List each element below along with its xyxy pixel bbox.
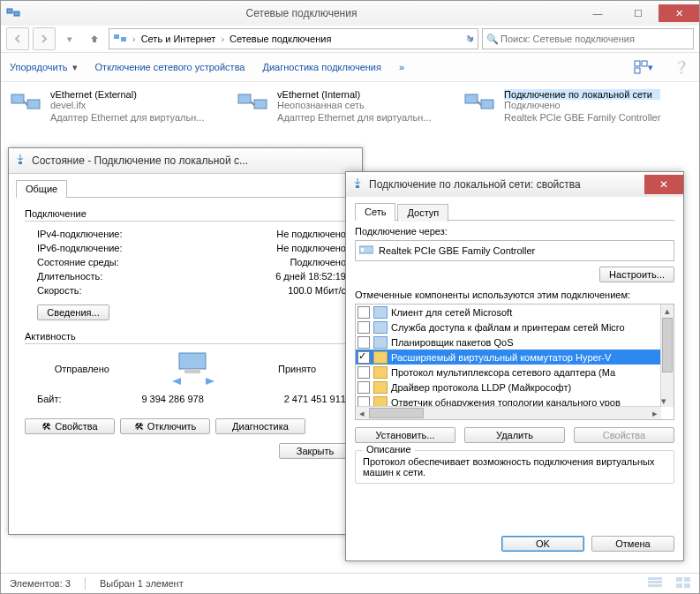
search-box[interactable]: 🔍 [482,28,694,49]
vertical-scrollbar[interactable]: ▴▾ [660,305,674,407]
configure-button[interactable]: Настроить... [599,267,674,282]
duration-value: 6 дней 18:52:19 [275,271,346,282]
tab-sharing[interactable]: Доступ [397,204,448,222]
cancel-button[interactable]: Отмена [591,536,674,552]
checkbox[interactable] [358,336,370,349]
checkbox[interactable] [358,381,370,394]
navigation-row: ▾ › Сеть и Интернет › Сетевые подключени… [1,26,699,53]
disable-button[interactable]: 🛠Отключить [120,418,210,434]
disable-device-link[interactable]: Отключение сетевого устройства [95,62,245,72]
history-dropdown[interactable]: ▾ [59,28,80,49]
svg-rect-7 [11,94,24,103]
network-adapter-icon [237,89,272,121]
adapter-name: Realtek PCIe GBE Family Controller [379,245,535,256]
item-count: Элементов: 3 [10,578,71,589]
ipv4-label: IPv4-подключение: [37,229,123,239]
install-button[interactable]: Установить... [355,427,455,443]
checkbox[interactable] [358,366,370,379]
svg-rect-18 [356,185,359,188]
svg-rect-5 [642,61,647,66]
bytes-received: 2 471 451 911 [240,394,346,404]
view-details-icon[interactable] [648,577,662,590]
connection-adapter: Адаптер Ethernet для виртуальн... [277,112,431,124]
window-title: Сетевые подключения [26,7,577,19]
connection-item[interactable]: vEthernet (Internal) Неопознанная сеть А… [237,89,455,124]
chevron-icon: › [221,34,224,44]
duration-label: Длительность: [37,271,102,282]
connection-name: vEthernet (External) [50,89,204,100]
refresh-button[interactable]: ↻ [466,34,474,45]
received-label: Принято [278,364,316,374]
list-item[interactable]: Служба доступа к файлам и принтерам сете… [356,320,674,335]
connection-item-selected[interactable]: Подключение по локальной сети Подключено… [463,89,690,124]
minimize-button[interactable]: — [577,4,618,22]
breadcrumb-seg[interactable]: Сетевые подключения [230,34,331,44]
svg-rect-9 [238,94,251,103]
connection-item[interactable]: vEthernet (External) devel.ifx Адаптер E… [10,89,228,124]
checkbox[interactable] [358,306,370,319]
components-list[interactable]: Клиент для сетей Microsoft Служба доступ… [355,304,674,420]
forward-button[interactable] [33,27,56,50]
svg-rect-13 [19,162,22,164]
remove-button[interactable]: Удалить [464,427,565,443]
back-button[interactable] [6,27,29,50]
view-icon-button[interactable]: ▾ [634,57,653,77]
statusbar: Элементов: 3 Выбран 1 элемент [1,573,699,593]
component-icon [373,351,388,364]
properties-button[interactable]: 🛠Свойства [25,418,115,434]
svg-rect-12 [481,100,493,109]
component-icon [373,321,388,334]
sent-label: Отправлено [55,364,109,374]
app-icon [6,6,20,20]
search-icon: 🔍 [486,34,499,45]
connection-status: devel.ifx [50,100,204,112]
checkbox[interactable] [358,321,370,334]
organize-menu[interactable]: Упорядочить ▾ [10,62,78,73]
close-button[interactable]: ✕ [644,175,683,194]
up-button[interactable] [84,28,105,49]
component-icon [373,336,388,349]
components-label: Отмеченные компоненты используются этим … [355,289,674,300]
ok-button[interactable]: OK [501,536,584,552]
scrollbar-thumb[interactable] [369,408,424,418]
list-item[interactable]: Протокол мультиплексора сетевого адаптер… [356,365,674,380]
svg-rect-0 [7,9,12,13]
svg-rect-25 [684,577,690,582]
svg-rect-2 [114,34,119,39]
speed-label: Скорость: [37,285,82,296]
group-activity: Активность [25,331,346,342]
selection-count: Выбран 1 элемент [100,578,184,589]
description-legend: Описание [363,444,415,455]
list-item[interactable]: Клиент для сетей Microsoft [356,305,674,320]
help-button[interactable]: ❔ [671,57,690,77]
connection-status: Неопознанная сеть [277,100,431,112]
diagnose-link[interactable]: Диагностика подключения [262,62,380,72]
list-item[interactable]: Планировщик пакетов QoS [356,335,674,350]
svg-rect-20 [361,248,364,252]
list-item[interactable]: Драйвер протокола LLDP (Майкрософт) [356,380,674,395]
tab-general[interactable]: Общие [16,180,67,198]
list-item-selected[interactable]: Расширяемый виртуальный коммутатор Hyper… [356,350,674,365]
svg-marker-16 [172,378,181,385]
component-icon [373,366,388,379]
maximize-button[interactable]: ☐ [618,4,659,22]
search-input[interactable] [499,33,689,45]
address-bar[interactable]: › Сеть и Интернет › Сетевые подключения … [109,28,478,49]
svg-rect-11 [465,94,478,103]
checkbox[interactable] [358,351,370,364]
breadcrumb-seg[interactable]: Сеть и Интернет [141,34,216,44]
details-button[interactable]: Сведения... [37,305,109,320]
toolbar-overflow[interactable]: » [399,62,404,72]
tab-network[interactable]: Сеть [355,203,395,221]
view-tiles-icon[interactable] [676,577,690,590]
status-dialog: Состояние - Подключение по локальной с..… [8,147,363,535]
svg-rect-1 [14,11,19,16]
connection-status: Подключено [504,100,660,112]
horizontal-scrollbar[interactable]: ◂▸ [356,406,661,419]
close-dialog-button[interactable]: Закрыть [279,443,351,459]
diagnose-button[interactable]: Диагностика [215,418,305,434]
scrollbar-thumb[interactable] [662,318,673,372]
close-button[interactable]: ✕ [659,4,699,22]
speed-value: 100.0 Мбит/с [288,285,346,296]
media-value: Подключено [290,257,346,267]
